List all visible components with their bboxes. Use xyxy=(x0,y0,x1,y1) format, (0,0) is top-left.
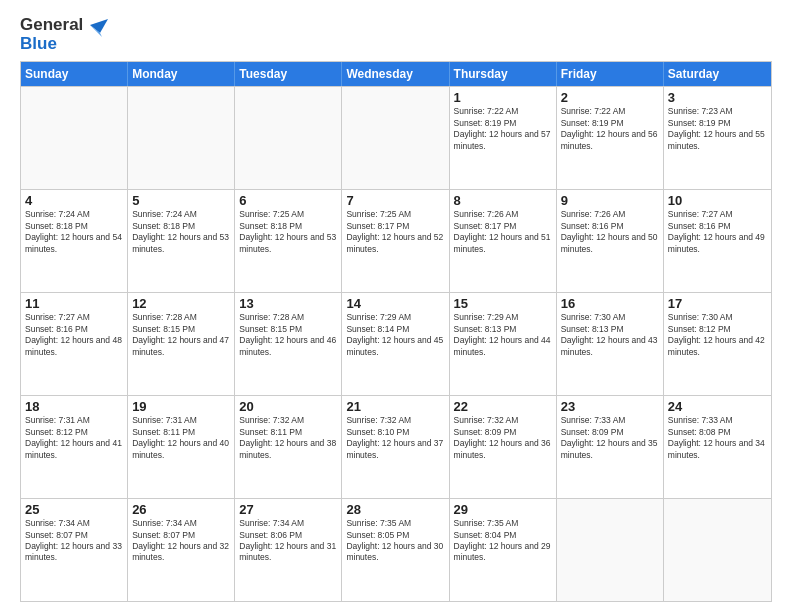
calendar-cell xyxy=(342,87,449,189)
calendar-cell: 5Sunrise: 7:24 AMSunset: 8:18 PMDaylight… xyxy=(128,190,235,292)
day-number: 22 xyxy=(454,399,552,414)
weekday-header-monday: Monday xyxy=(128,62,235,86)
day-number: 1 xyxy=(454,90,552,105)
calendar-cell: 18Sunrise: 7:31 AMSunset: 8:12 PMDayligh… xyxy=(21,396,128,498)
day-number: 26 xyxy=(132,502,230,517)
logo-text: General Blue xyxy=(20,16,83,53)
day-number: 24 xyxy=(668,399,767,414)
day-number: 9 xyxy=(561,193,659,208)
day-info: Sunrise: 7:32 AMSunset: 8:09 PMDaylight:… xyxy=(454,415,552,461)
calendar-cell: 15Sunrise: 7:29 AMSunset: 8:13 PMDayligh… xyxy=(450,293,557,395)
calendar-cell xyxy=(557,499,664,601)
day-info: Sunrise: 7:34 AMSunset: 8:07 PMDaylight:… xyxy=(25,518,123,564)
svg-marker-0 xyxy=(90,19,108,33)
calendar-week-5: 25Sunrise: 7:34 AMSunset: 8:07 PMDayligh… xyxy=(21,498,771,601)
day-number: 4 xyxy=(25,193,123,208)
calendar-week-2: 4Sunrise: 7:24 AMSunset: 8:18 PMDaylight… xyxy=(21,189,771,292)
logo-blue: Blue xyxy=(20,35,83,54)
calendar-cell xyxy=(21,87,128,189)
day-info: Sunrise: 7:33 AMSunset: 8:08 PMDaylight:… xyxy=(668,415,767,461)
calendar-cell: 2Sunrise: 7:22 AMSunset: 8:19 PMDaylight… xyxy=(557,87,664,189)
calendar-cell: 17Sunrise: 7:30 AMSunset: 8:12 PMDayligh… xyxy=(664,293,771,395)
day-info: Sunrise: 7:31 AMSunset: 8:12 PMDaylight:… xyxy=(25,415,123,461)
weekday-header-saturday: Saturday xyxy=(664,62,771,86)
day-number: 17 xyxy=(668,296,767,311)
calendar-cell: 26Sunrise: 7:34 AMSunset: 8:07 PMDayligh… xyxy=(128,499,235,601)
calendar-cell: 1Sunrise: 7:22 AMSunset: 8:19 PMDaylight… xyxy=(450,87,557,189)
day-info: Sunrise: 7:25 AMSunset: 8:17 PMDaylight:… xyxy=(346,209,444,255)
day-number: 10 xyxy=(668,193,767,208)
calendar-week-1: 1Sunrise: 7:22 AMSunset: 8:19 PMDaylight… xyxy=(21,86,771,189)
calendar-cell: 24Sunrise: 7:33 AMSunset: 8:08 PMDayligh… xyxy=(664,396,771,498)
day-number: 23 xyxy=(561,399,659,414)
logo-bird-icon xyxy=(86,19,108,47)
day-info: Sunrise: 7:32 AMSunset: 8:10 PMDaylight:… xyxy=(346,415,444,461)
calendar-cell: 7Sunrise: 7:25 AMSunset: 8:17 PMDaylight… xyxy=(342,190,449,292)
day-info: Sunrise: 7:30 AMSunset: 8:12 PMDaylight:… xyxy=(668,312,767,358)
day-number: 25 xyxy=(25,502,123,517)
calendar-cell: 21Sunrise: 7:32 AMSunset: 8:10 PMDayligh… xyxy=(342,396,449,498)
calendar: SundayMondayTuesdayWednesdayThursdayFrid… xyxy=(20,61,772,602)
day-info: Sunrise: 7:33 AMSunset: 8:09 PMDaylight:… xyxy=(561,415,659,461)
calendar-body: 1Sunrise: 7:22 AMSunset: 8:19 PMDaylight… xyxy=(21,86,771,601)
calendar-header-row: SundayMondayTuesdayWednesdayThursdayFrid… xyxy=(21,62,771,86)
calendar-cell: 28Sunrise: 7:35 AMSunset: 8:05 PMDayligh… xyxy=(342,499,449,601)
day-number: 5 xyxy=(132,193,230,208)
day-info: Sunrise: 7:31 AMSunset: 8:11 PMDaylight:… xyxy=(132,415,230,461)
calendar-cell: 6Sunrise: 7:25 AMSunset: 8:18 PMDaylight… xyxy=(235,190,342,292)
calendar-cell: 12Sunrise: 7:28 AMSunset: 8:15 PMDayligh… xyxy=(128,293,235,395)
logo-general: General xyxy=(20,16,83,35)
day-number: 6 xyxy=(239,193,337,208)
calendar-cell: 27Sunrise: 7:34 AMSunset: 8:06 PMDayligh… xyxy=(235,499,342,601)
day-info: Sunrise: 7:24 AMSunset: 8:18 PMDaylight:… xyxy=(132,209,230,255)
calendar-cell: 9Sunrise: 7:26 AMSunset: 8:16 PMDaylight… xyxy=(557,190,664,292)
page: General Blue SundayMondayTuesdayWednesda… xyxy=(0,0,792,612)
day-info: Sunrise: 7:27 AMSunset: 8:16 PMDaylight:… xyxy=(25,312,123,358)
day-info: Sunrise: 7:25 AMSunset: 8:18 PMDaylight:… xyxy=(239,209,337,255)
day-number: 2 xyxy=(561,90,659,105)
calendar-week-3: 11Sunrise: 7:27 AMSunset: 8:16 PMDayligh… xyxy=(21,292,771,395)
calendar-cell: 3Sunrise: 7:23 AMSunset: 8:19 PMDaylight… xyxy=(664,87,771,189)
calendar-cell xyxy=(664,499,771,601)
day-info: Sunrise: 7:34 AMSunset: 8:06 PMDaylight:… xyxy=(239,518,337,564)
calendar-cell: 10Sunrise: 7:27 AMSunset: 8:16 PMDayligh… xyxy=(664,190,771,292)
day-number: 21 xyxy=(346,399,444,414)
weekday-header-tuesday: Tuesday xyxy=(235,62,342,86)
day-info: Sunrise: 7:22 AMSunset: 8:19 PMDaylight:… xyxy=(454,106,552,152)
calendar-cell: 16Sunrise: 7:30 AMSunset: 8:13 PMDayligh… xyxy=(557,293,664,395)
day-info: Sunrise: 7:29 AMSunset: 8:14 PMDaylight:… xyxy=(346,312,444,358)
day-info: Sunrise: 7:32 AMSunset: 8:11 PMDaylight:… xyxy=(239,415,337,461)
day-info: Sunrise: 7:24 AMSunset: 8:18 PMDaylight:… xyxy=(25,209,123,255)
day-info: Sunrise: 7:28 AMSunset: 8:15 PMDaylight:… xyxy=(239,312,337,358)
day-number: 18 xyxy=(25,399,123,414)
calendar-cell xyxy=(235,87,342,189)
day-info: Sunrise: 7:34 AMSunset: 8:07 PMDaylight:… xyxy=(132,518,230,564)
day-info: Sunrise: 7:26 AMSunset: 8:16 PMDaylight:… xyxy=(561,209,659,255)
day-number: 16 xyxy=(561,296,659,311)
weekday-header-friday: Friday xyxy=(557,62,664,86)
day-number: 27 xyxy=(239,502,337,517)
day-number: 19 xyxy=(132,399,230,414)
weekday-header-thursday: Thursday xyxy=(450,62,557,86)
day-info: Sunrise: 7:35 AMSunset: 8:04 PMDaylight:… xyxy=(454,518,552,564)
logo: General Blue xyxy=(20,16,108,53)
day-info: Sunrise: 7:26 AMSunset: 8:17 PMDaylight:… xyxy=(454,209,552,255)
day-number: 29 xyxy=(454,502,552,517)
calendar-cell: 4Sunrise: 7:24 AMSunset: 8:18 PMDaylight… xyxy=(21,190,128,292)
day-info: Sunrise: 7:22 AMSunset: 8:19 PMDaylight:… xyxy=(561,106,659,152)
calendar-cell: 11Sunrise: 7:27 AMSunset: 8:16 PMDayligh… xyxy=(21,293,128,395)
day-info: Sunrise: 7:28 AMSunset: 8:15 PMDaylight:… xyxy=(132,312,230,358)
day-number: 14 xyxy=(346,296,444,311)
calendar-cell xyxy=(128,87,235,189)
calendar-cell: 8Sunrise: 7:26 AMSunset: 8:17 PMDaylight… xyxy=(450,190,557,292)
weekday-header-sunday: Sunday xyxy=(21,62,128,86)
day-number: 12 xyxy=(132,296,230,311)
day-info: Sunrise: 7:35 AMSunset: 8:05 PMDaylight:… xyxy=(346,518,444,564)
calendar-cell: 22Sunrise: 7:32 AMSunset: 8:09 PMDayligh… xyxy=(450,396,557,498)
logo-wordmark: General Blue xyxy=(20,16,108,53)
day-info: Sunrise: 7:29 AMSunset: 8:13 PMDaylight:… xyxy=(454,312,552,358)
calendar-cell: 25Sunrise: 7:34 AMSunset: 8:07 PMDayligh… xyxy=(21,499,128,601)
day-info: Sunrise: 7:23 AMSunset: 8:19 PMDaylight:… xyxy=(668,106,767,152)
day-number: 7 xyxy=(346,193,444,208)
calendar-cell: 23Sunrise: 7:33 AMSunset: 8:09 PMDayligh… xyxy=(557,396,664,498)
